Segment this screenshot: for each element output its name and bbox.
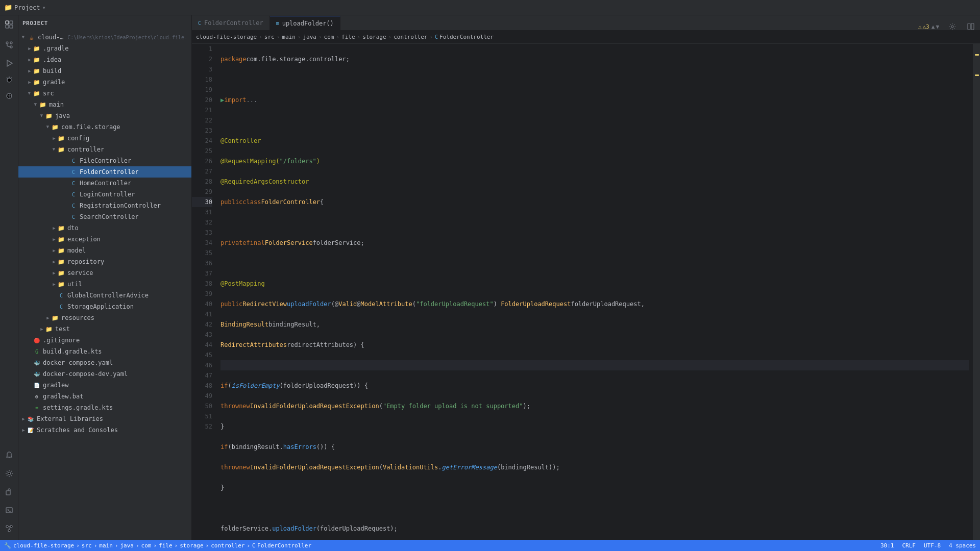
bc-sep-4: › — [318, 34, 322, 40]
tree-item-main[interactable]: ▶ 📁 main — [18, 99, 191, 110]
activity-maven-icon[interactable] — [2, 89, 16, 103]
tree-item-docker-compose[interactable]: ▶ 🐳 docker-compose.yaml — [18, 357, 191, 368]
activity-terminal-icon[interactable] — [2, 503, 16, 517]
activity-debug-icon[interactable] — [2, 72, 16, 87]
bc-part-5: com — [324, 34, 334, 40]
status-bc-src[interactable]: src — [82, 542, 92, 549]
arrow-config: ▶ — [51, 135, 57, 141]
tree-item-build-gradle[interactable]: ▶ G build.gradle.kts — [18, 346, 191, 357]
code-line-37 — [220, 503, 969, 513]
status-bc-storage[interactable]: storage — [180, 542, 203, 549]
tree-label-model: model — [67, 247, 86, 254]
folder-test-icon: 📁 — [45, 325, 53, 333]
tree-item-settings-gradle[interactable]: ▶ ≡ settings.gradle.kts — [18, 402, 191, 413]
status-indent[interactable]: 4 spaces — [949, 542, 976, 549]
tab-folder-controller[interactable]: C FolderController — [192, 16, 270, 30]
tree-item-global-advice[interactable]: ▶ C GlobalControllerAdvice — [18, 290, 191, 301]
tree-item-gradlew-bat[interactable]: ▶ ⚙ gradlew.bat — [18, 391, 191, 402]
svg-point-27 — [951, 26, 953, 28]
status-bc-filename[interactable]: FolderController — [257, 542, 311, 549]
status-position[interactable]: 30:1 — [880, 542, 894, 549]
tree-item-config[interactable]: ▶ 📁 config — [18, 133, 191, 144]
editor-settings-icon[interactable] — [943, 23, 962, 30]
tree-item-repository[interactable]: ▶ 📁 repository — [18, 256, 191, 267]
svg-point-4 — [6, 42, 8, 44]
activity-git-icon[interactable] — [2, 521, 16, 536]
tree-item-ext-libraries[interactable]: ▶ 📚 External Libraries — [18, 413, 191, 424]
tree-item-idea-dir[interactable]: ▶ 📁 .idea — [18, 54, 191, 65]
tree-label-pkg: com.file.storage — [61, 123, 120, 131]
project-label[interactable]: 📁 Project ▾ — [4, 4, 46, 11]
code-line-38: folderService.uploadFolder(folderUploadR… — [220, 523, 969, 534]
tree-item-controller[interactable]: ▶ 📁 controller — [18, 144, 191, 155]
project-tree[interactable]: ▶ ☕ cloud-file-storage C:\Users\krios\Id… — [18, 31, 191, 540]
status-bc-controller[interactable]: controller — [211, 542, 244, 549]
tree-label-dto: dto — [67, 224, 79, 232]
svg-point-5 — [10, 46, 12, 48]
status-bc-sep6: › — [175, 542, 178, 549]
tree-item-root[interactable]: ▶ ☕ cloud-file-storage C:\Users\krios\Id… — [18, 32, 191, 43]
tree-item-scratches[interactable]: ▶ 📝 Scratches and Consoles — [18, 424, 191, 436]
status-encoding[interactable]: UTF-8 — [924, 542, 941, 549]
status-bc-java[interactable]: java — [120, 542, 134, 549]
tab-upload-folder[interactable]: m uploadFolder() — [270, 16, 340, 30]
arrow-java: ▶ — [39, 113, 45, 119]
arrow-src: ▶ — [27, 90, 33, 96]
tree-item-pkg[interactable]: ▶ 📁 com.file.storage — [18, 121, 191, 133]
status-bc-file[interactable]: file — [159, 542, 173, 549]
bc-sep-6: › — [357, 34, 361, 40]
chevron-up-icon[interactable]: ▲ — [932, 23, 935, 30]
tree-item-gradle-dir[interactable]: ▶ 📁 .gradle — [18, 43, 191, 54]
tree-item-reg-controller[interactable]: ▶ C RegistrationController — [18, 200, 191, 211]
activity-notifications-icon[interactable] — [2, 448, 16, 462]
tree-item-login-controller[interactable]: ▶ C LoginController — [18, 189, 191, 200]
right-gutter — [973, 44, 980, 540]
editor-layout-icon[interactable] — [962, 23, 980, 30]
activity-vcs-icon[interactable] — [2, 38, 16, 52]
activity-settings-icon[interactable] — [2, 466, 16, 481]
chevron-down-icon[interactable]: ▼ — [936, 23, 939, 30]
code-editor[interactable]: package com.file.storage.controller; ▶ i… — [216, 44, 973, 540]
tree-item-dto[interactable]: ▶ 📁 dto — [18, 222, 191, 234]
activity-run-icon[interactable] — [2, 56, 16, 70]
tree-item-file-controller[interactable]: ▶ C FileController — [18, 155, 191, 166]
tree-item-gitignore[interactable]: ▶ 🔴 .gitignore — [18, 335, 191, 346]
tree-item-docker-compose-dev[interactable]: ▶ 🐳 docker-compose-dev.yaml — [18, 368, 191, 380]
svg-rect-19 — [6, 491, 10, 495]
tree-item-storage-app[interactable]: ▶ C StorageApplication — [18, 301, 191, 312]
status-linesep[interactable]: CRLF — [902, 542, 916, 549]
tree-item-build-dir[interactable]: ▶ 📁 build — [18, 65, 191, 77]
tree-item-util[interactable]: ▶ 📁 util — [18, 279, 191, 290]
code-line-29: RedirectAttributes redirectAttributes) { — [220, 340, 969, 350]
folder-config-icon: 📁 — [57, 134, 65, 142]
tree-item-gradle-wrapper[interactable]: ▶ 📁 gradle — [18, 77, 191, 88]
activity-plugins-icon[interactable] — [2, 485, 16, 499]
tree-item-search-controller[interactable]: ▶ C SearchController — [18, 211, 191, 222]
tree-item-resources[interactable]: ▶ 📁 resources — [18, 312, 191, 323]
folder-svc-icon: 📁 — [57, 269, 65, 277]
tree-item-src[interactable]: ▶ 📁 src — [18, 88, 191, 99]
svg-marker-9 — [7, 60, 12, 66]
tree-item-gradlew[interactable]: ▶ 📄 gradlew — [18, 380, 191, 391]
tree-item-model[interactable]: ▶ 📁 model — [18, 245, 191, 256]
tree-item-service[interactable]: ▶ 📁 service — [18, 267, 191, 279]
code-line-24: private final FolderService folderServic… — [220, 238, 969, 248]
tree-item-java[interactable]: ▶ 📁 java — [18, 110, 191, 121]
code-line-22: public class FolderController { — [220, 197, 969, 207]
code-line-34: if (bindingResult.hasErrors()) { — [220, 442, 969, 452]
activity-project-icon[interactable] — [2, 17, 16, 32]
status-bc-main[interactable]: main — [99, 542, 113, 549]
status-bc-root[interactable]: cloud-file-storage — [13, 542, 74, 549]
tree-item-test[interactable]: ▶ 📁 test — [18, 323, 191, 335]
folder-repo-icon: 📁 — [57, 258, 65, 266]
bat-icon: ⚙ — [33, 392, 41, 400]
tree-item-folder-controller[interactable]: ▶ C FolderController — [18, 166, 191, 178]
tree-label-res: resources — [61, 314, 94, 321]
folder-main-icon: 📁 — [39, 101, 47, 109]
tree-item-exception[interactable]: ▶ 📁 exception — [18, 234, 191, 245]
project-dropdown-icon[interactable]: ▾ — [42, 4, 46, 11]
status-bc-com[interactable]: com — [141, 542, 152, 549]
tab-icon-fc: C — [198, 20, 201, 26]
tree-label-gw: gradlew — [43, 382, 69, 389]
tree-item-home-controller[interactable]: ▶ C HomeController — [18, 178, 191, 189]
